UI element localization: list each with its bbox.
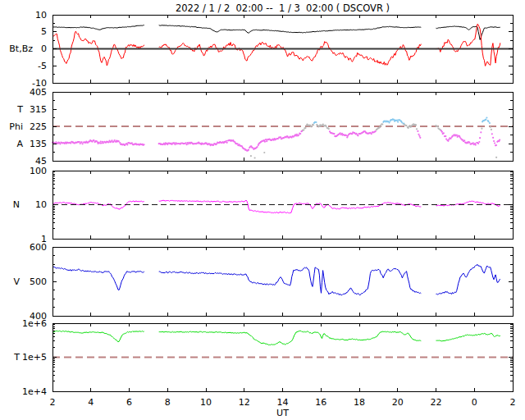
x-tick-label: 12 [239,397,250,408]
phi-scatter [52,116,500,158]
dscovr-plot-page: 1050-5-10Bt,Bz40531522513545TPhiA100101N… [0,0,525,420]
x-tick-label: 22 [431,397,442,408]
y-tick-label: 1e+6 [22,318,47,329]
x-tick-label: 6 [126,397,132,408]
panel-b: 1050-5-10Bt,Bz [9,10,513,89]
x-tick-label: 14 [277,397,289,408]
y-tick-label: 600 [30,242,47,253]
x-tick-label: 16 [315,397,326,408]
panel-t: 1e+61e+51e+4T [13,318,513,397]
y-tick-label: 0 [41,43,47,54]
x-axis-title: UT [52,408,513,418]
y-tick-label: 10 [35,10,47,21]
x-tick-label: 2 [510,397,516,408]
panel-quantity-label: Phi [9,121,23,132]
x-tick-label: 4 [88,397,94,408]
y-tick-label: 10 [35,199,47,210]
panel-quantity-label: Bt,Bz [9,43,33,54]
series-v [159,267,422,295]
x-tick-label: 18 [354,397,365,408]
chart-title: 2022 / 1 / 2 02:00 -- 1 / 3 02:00 ( DSCO… [52,2,513,14]
y-tick-label: 100 [30,166,47,176]
panel-quantity-label: T [16,104,23,115]
series-n [159,200,422,213]
y-tick-label: 315 [30,104,47,115]
x-tick-label: 0 [472,397,477,408]
dscovr-plot: 1050-5-10Bt,Bz40531522513545TPhiA100101N… [0,0,525,420]
series-bz [436,24,500,66]
y-tick-label: 1e+5 [22,352,47,363]
panel-v: 600500400V [13,242,513,322]
series-bt [52,25,144,30]
y-tick-label: -5 [38,61,47,71]
series-t [159,331,422,345]
panel-phi: 40531522513545TPhiA [9,87,513,167]
y-tick-label: 500 [30,276,47,287]
panel-quantity-label: V [13,276,20,287]
series-t [52,331,144,341]
series-bz [159,42,422,66]
panel-quantity-label: A [16,139,23,149]
panel-quantity-label: N [13,199,20,210]
series-v [436,264,500,294]
series-bt [159,25,422,34]
x-tick-label: 8 [165,397,171,408]
series-bt [436,26,500,40]
x-tick-label: 10 [200,397,212,408]
panel-n: 100101N [13,166,513,244]
y-tick-label: 5 [41,26,47,37]
y-tick-label: 405 [30,87,47,98]
y-tick-label: 135 [30,139,47,149]
x-tick-label: 2 [50,397,56,408]
series-t [436,333,500,341]
panel-quantity-label: T [13,352,20,363]
y-tick-label: 1e+4 [22,386,47,397]
series-n [436,201,500,207]
series-v [52,267,144,290]
x-tick-label: 20 [392,397,404,408]
y-tick-label: 225 [30,121,47,132]
